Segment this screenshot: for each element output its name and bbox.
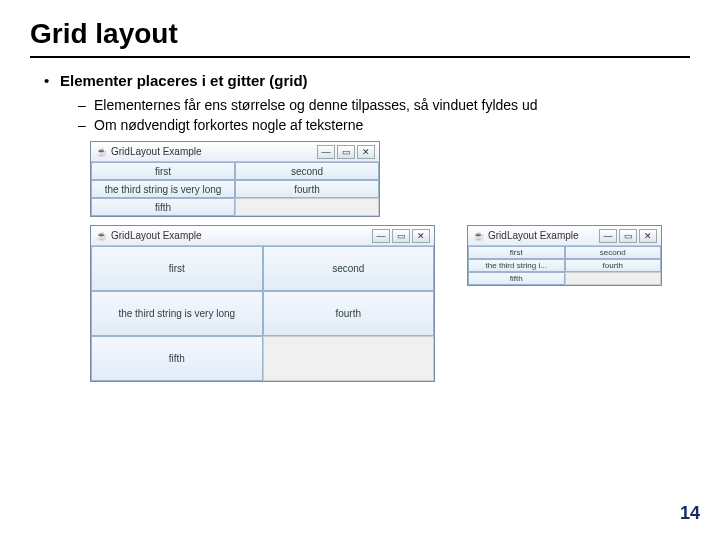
page-number: 14 bbox=[680, 503, 700, 524]
minimize-button[interactable]: — bbox=[317, 145, 335, 159]
close-button[interactable]: ✕ bbox=[357, 145, 375, 159]
titlebar: ☕ GridLayout Example — ▭ ✕ bbox=[91, 226, 434, 246]
grid-cell[interactable] bbox=[235, 198, 379, 216]
bullet-level2-1: –Om nødvendigt forkortes nogle af tekste… bbox=[78, 117, 690, 133]
example-window-1: ☕ GridLayout Example — ▭ ✕ first second … bbox=[90, 141, 380, 217]
maximize-button[interactable]: ▭ bbox=[619, 229, 637, 243]
titlebar: ☕ GridLayout Example — ▭ ✕ bbox=[91, 142, 379, 162]
grid-cell[interactable] bbox=[565, 272, 662, 285]
window-title: GridLayout Example bbox=[111, 146, 317, 157]
java-icon: ☕ bbox=[95, 146, 107, 158]
close-button[interactable]: ✕ bbox=[412, 229, 430, 243]
java-icon: ☕ bbox=[95, 230, 107, 242]
maximize-button[interactable]: ▭ bbox=[337, 145, 355, 159]
grid-cell[interactable]: fourth bbox=[263, 291, 435, 336]
bullet-level1: •Elementer placeres i et gitter (grid) bbox=[44, 72, 690, 89]
grid-cell[interactable]: the third string i... bbox=[468, 259, 565, 272]
grid-cell[interactable]: fifth bbox=[468, 272, 565, 285]
close-button[interactable]: ✕ bbox=[639, 229, 657, 243]
grid-cell[interactable]: second bbox=[565, 246, 662, 259]
grid-cell[interactable]: second bbox=[263, 246, 435, 291]
grid-cell[interactable]: second bbox=[235, 162, 379, 180]
java-icon: ☕ bbox=[472, 230, 484, 242]
maximize-button[interactable]: ▭ bbox=[392, 229, 410, 243]
example-window-2: ☕ GridLayout Example — ▭ ✕ first second … bbox=[90, 225, 435, 382]
grid-cell[interactable]: first bbox=[468, 246, 565, 259]
bullet-level2-0: –Elementernes får ens størrelse og denne… bbox=[78, 97, 690, 113]
grid-cell[interactable]: fourth bbox=[235, 180, 379, 198]
window-title: GridLayout Example bbox=[111, 230, 372, 241]
titlebar: ☕ GridLayout Example — ▭ ✕ bbox=[468, 226, 661, 246]
example-window-3: ☕ GridLayout Example — ▭ ✕ first second … bbox=[467, 225, 662, 286]
grid-cell[interactable]: fifth bbox=[91, 336, 263, 381]
grid-cell[interactable]: the third string is very long bbox=[91, 291, 263, 336]
grid-cell[interactable]: first bbox=[91, 162, 235, 180]
grid-cell[interactable]: fourth bbox=[565, 259, 662, 272]
grid-cell[interactable]: the third string is very long bbox=[91, 180, 235, 198]
grid-cell[interactable] bbox=[263, 336, 435, 381]
minimize-button[interactable]: — bbox=[372, 229, 390, 243]
window-title: GridLayout Example bbox=[488, 230, 599, 241]
grid-cell[interactable]: first bbox=[91, 246, 263, 291]
minimize-button[interactable]: — bbox=[599, 229, 617, 243]
grid-cell[interactable]: fifth bbox=[91, 198, 235, 216]
slide-title: Grid layout bbox=[30, 18, 690, 58]
